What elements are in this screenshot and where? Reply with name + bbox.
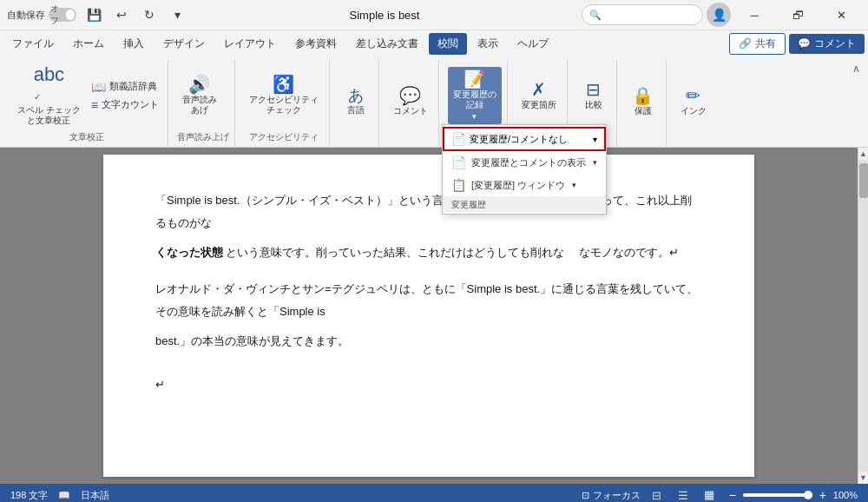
menu-item-design[interactable]: デザイン [155, 33, 214, 55]
ribbon-group-protect: 🔒 保護 [621, 60, 667, 147]
redo-icon[interactable]: ↻ [139, 4, 160, 25]
ribbon-group-tracking: 📝 変更履歴の記録 ▾ 📄 変更履歴/コメントなし ▾ 📄 変 [443, 60, 508, 147]
focus-icon: ⊡ [582, 490, 589, 501]
menu-item-references[interactable]: 参考資料 [286, 33, 345, 55]
tracking-selected-icon: 📄 [451, 132, 466, 146]
protect-button[interactable]: 🔒 保護 [626, 83, 661, 120]
tracking-selected-label: 変更履歴/コメントなし [470, 133, 589, 146]
menu-item-file[interactable]: ファイル [3, 33, 62, 55]
language-label: 言語 [347, 105, 365, 116]
focus-status[interactable]: ⊡ フォーカス [582, 489, 641, 502]
doc-text-1a: 「Simple is best.（シンプル・イズ・ベスト）」という言い回し。この… [155, 194, 692, 229]
ribbon-group-language: あ 言語 [333, 60, 379, 147]
zoom-plus-button[interactable]: + [816, 488, 830, 502]
readaloud-label: 音声読みあげ [182, 95, 217, 116]
ribbon-group-proofing: abc✓ スペル チェックと文章校正 📖 類義語辞典 ≡ 文字カウント 文章校正 [7, 60, 168, 147]
comment-label: コメント [814, 36, 856, 51]
ribbon-group-ink-buttons: ✏ インク [675, 62, 712, 142]
doc-text-4: レオナルド・ダ・ヴィンチとサン=テグジュペリは、ともに「Simple is be… [155, 282, 698, 318]
readaloud-button[interactable]: 🔊 音声読みあげ [177, 72, 222, 119]
tracking-option-show[interactable]: 📄 変更履歴とコメントの表示 ▾ [443, 151, 606, 174]
scroll-down-button[interactable]: ▼ [858, 472, 869, 484]
thesaurus-button[interactable]: 📖 類義語辞典 [88, 78, 162, 96]
document-scroll[interactable]: 「Simple is best.（シンプル・イズ・ベスト）」という言い回し。この… [0, 148, 858, 484]
ribbon-group-speech: 🔊 音声読みあげ 音声読み上げ [172, 60, 235, 147]
zoom-slider-fill [743, 493, 812, 497]
menu-item-insert[interactable]: 挿入 [115, 33, 153, 55]
undo-icon[interactable]: ↩ [111, 4, 132, 25]
autosave-area: 自動保存 オフ [7, 8, 76, 22]
tracking-icon: 📝 [464, 70, 485, 88]
ink-label: インク [681, 106, 707, 116]
tracking-dropdown-container: 📝 変更履歴の記録 ▾ 📄 変更履歴/コメントなし ▾ 📄 変 [448, 67, 502, 124]
menu-item-home[interactable]: ホーム [64, 33, 113, 55]
ribbon-group-comments: 💬 コメント [383, 60, 439, 147]
scroll-up-button[interactable]: ▲ [858, 148, 869, 160]
ribbon: abc✓ スペル チェックと文章校正 📖 類義語辞典 ≡ 文字カウント 文章校正 [0, 56, 868, 148]
spellcheck-button[interactable]: abc✓ スペル チェックと文章校正 [12, 62, 86, 129]
share-icon: 🔗 [739, 37, 752, 50]
menu-item-view[interactable]: 表示 [469, 33, 507, 55]
ribbon-group-accessibility-buttons: ♿ アクセシビリティチェック [244, 62, 324, 129]
ribbon-group-speech-buttons: 🔊 音声読みあげ [177, 62, 229, 129]
accessibility-label: アクセシビリティ [244, 129, 324, 145]
menu-item-help[interactable]: ヘルプ [509, 33, 557, 55]
search-box[interactable]: 🔍 [582, 4, 703, 25]
tracking-button[interactable]: 📝 変更履歴の記録 ▾ [448, 67, 502, 124]
ink-button[interactable]: ✏ インク [675, 83, 712, 120]
language-button[interactable]: あ 言語 [339, 84, 373, 119]
scroll-track[interactable] [858, 160, 869, 472]
zoom-level-label: 100% [833, 490, 858, 500]
menu-right: 🔗 共有 💬 コメント [729, 33, 865, 55]
wordcount-icon: ≡ [91, 98, 98, 112]
comments-group-label [388, 142, 433, 145]
doc-text-2a: くなった状態 [155, 246, 223, 259]
compare-button[interactable]: ⊟ 比較 [576, 77, 611, 114]
zoom-area: − + 100% [726, 488, 858, 502]
ribbon-group-compare-buttons: ⊟ 比較 [576, 62, 611, 129]
view-btn-web[interactable]: ▦ [700, 485, 719, 502]
accesscheck-button[interactable]: ♿ アクセシビリティチェック [244, 72, 324, 119]
tracking-selected-item[interactable]: 📄 変更履歴/コメントなし ▾ [443, 127, 606, 151]
comment-button[interactable]: 💬 コメント [789, 34, 865, 54]
accesscheck-label: アクセシビリティチェック [249, 95, 319, 116]
menu-item-mailings[interactable]: 差し込み文書 [347, 33, 427, 55]
zoom-slider-thumb[interactable] [804, 491, 812, 499]
scroll-thumb[interactable] [859, 163, 868, 198]
comment-ribbon-icon: 💬 [399, 87, 421, 104]
comment-ribbon-button[interactable]: 💬 コメント [388, 83, 433, 120]
search-icon: 🔍 [589, 10, 602, 21]
ribbon-collapse-button[interactable]: ∧ [847, 60, 865, 77]
changes-button[interactable]: ✗ 変更箇所 [516, 77, 562, 114]
tracking-dropdown-menu: 📄 変更履歴/コメントなし ▾ 📄 変更履歴とコメントの表示 ▾ 📋 [変更履歴… [442, 124, 607, 215]
zoom-slider[interactable] [743, 493, 812, 497]
save-icon[interactable]: 💾 [83, 4, 104, 25]
zoom-minus-button[interactable]: − [726, 488, 740, 502]
view-btn-read[interactable]: ⊟ [648, 485, 667, 502]
view-btn-layout[interactable]: ☰ [674, 485, 693, 502]
restore-button[interactable]: 🗗 [778, 0, 818, 30]
changes-icon: ✗ [531, 81, 546, 98]
comment-icon: 💬 [798, 37, 811, 50]
wordcount-button[interactable]: ≡ 文字カウント [88, 96, 162, 114]
spellcheck-icon: abc✓ [34, 65, 64, 103]
tracking-show-label: 変更履歴とコメントの表示 [471, 156, 586, 169]
ribbon-group-comments-buttons: 💬 コメント [388, 62, 433, 142]
profile-icon: 👤 [712, 8, 727, 22]
close-button[interactable]: ✕ [821, 0, 861, 30]
more-icon[interactable]: ▾ [167, 4, 187, 25]
ink-group-label [675, 142, 712, 145]
menu-item-layout[interactable]: レイアウト [215, 33, 285, 55]
title-bar-icons: 💾 ↩ ↻ ▾ [83, 4, 187, 25]
ribbon-content: abc✓ スペル チェックと文章校正 📖 類義語辞典 ≡ 文字カウント 文章校正 [0, 56, 868, 147]
profile-button[interactable]: 👤 [707, 3, 731, 27]
proofing-small-group: 📖 類義語辞典 ≡ 文字カウント [88, 78, 162, 114]
autosave-toggle[interactable]: オフ [49, 8, 76, 22]
scrollbar-right[interactable]: ▲ ▼ [858, 148, 868, 484]
minimize-button[interactable]: ─ [734, 0, 774, 30]
doc-paragraph-5: best.」の本当の意味が見えてきます。 [155, 330, 702, 353]
tracking-option-window[interactable]: 📋 [変更履歴] ウィンドウ ▾ [443, 174, 606, 196]
share-button[interactable]: 🔗 共有 [729, 33, 786, 55]
menu-item-review[interactable]: 校閲 [429, 33, 467, 55]
spellcheck-label: スペル チェックと文章校正 [17, 105, 81, 126]
